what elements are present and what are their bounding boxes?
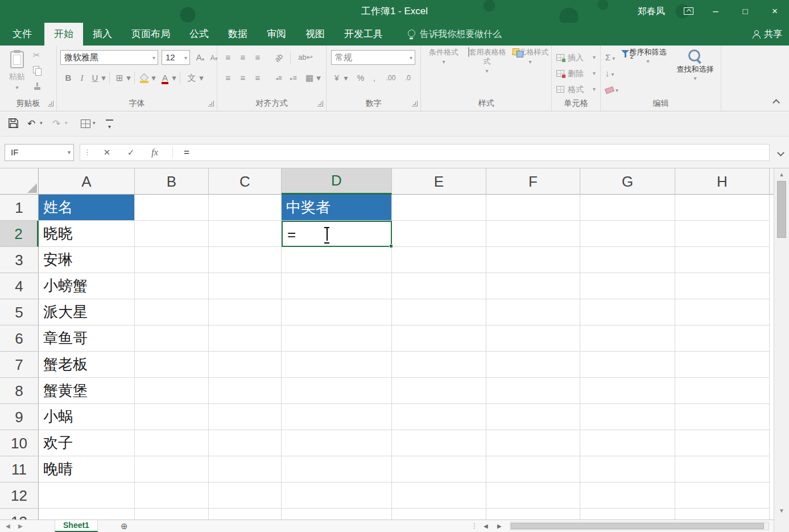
qat-table-tool-icon[interactable] [81, 119, 90, 128]
format-as-table-button[interactable]: 套用表格格式 ▾ [466, 48, 507, 98]
tab-resize-handle[interactable]: ⋮ [471, 520, 478, 532]
row-header-7[interactable]: 7 [0, 352, 39, 378]
cell-E2[interactable] [392, 221, 486, 247]
insert-cells-button[interactable]: 插入 ▾ [552, 50, 600, 65]
tab-数据[interactable]: 数据 [218, 23, 257, 46]
cell-E4[interactable] [392, 273, 486, 299]
cell-D11[interactable] [282, 456, 392, 482]
cell-H11[interactable] [675, 456, 770, 482]
cell-G6[interactable] [580, 325, 675, 352]
cell-C12[interactable] [209, 482, 282, 509]
column-header-E[interactable]: E [392, 168, 486, 195]
cell-G7[interactable] [580, 352, 675, 378]
cell-E6[interactable] [392, 325, 486, 352]
copy-icon[interactable] [33, 66, 50, 80]
maximize-button[interactable]: □ [731, 0, 759, 23]
underline-button[interactable]: U [90, 71, 100, 85]
scroll-down-icon[interactable]: ▼ [774, 506, 789, 516]
accounting-format-button[interactable]: ¥ [331, 71, 342, 85]
italic-button[interactable]: I [76, 71, 88, 85]
align-middle-icon[interactable]: ≡ [237, 50, 249, 65]
cell-G11[interactable] [580, 456, 675, 482]
column-header-H[interactable]: H [675, 168, 770, 195]
decrease-decimal-button[interactable]: .0 [402, 71, 414, 85]
column-header-C[interactable]: C [209, 168, 282, 195]
clear-button[interactable]: ▾ [605, 82, 618, 97]
cell-F10[interactable] [486, 430, 580, 456]
font-name-combobox[interactable]: 微软雅黑 ▾ [60, 50, 158, 65]
align-left-icon[interactable]: ≡ [222, 71, 234, 85]
hscroll-left-icon[interactable]: ◀ [484, 520, 488, 532]
cell-B1[interactable] [135, 195, 209, 221]
cell-E11[interactable] [392, 456, 486, 482]
cell-E5[interactable] [392, 299, 486, 325]
wrap-text-button[interactable]: ab↩ [296, 50, 315, 65]
increase-font-size-button[interactable]: A▴ [193, 50, 207, 65]
dialog-launcher-icon[interactable] [48, 101, 53, 106]
cell-H2[interactable] [675, 221, 770, 247]
dialog-launcher-icon[interactable] [412, 101, 418, 106]
undo-dropdown-icon[interactable]: ▾ [40, 120, 43, 126]
decrease-indent-button[interactable]: ◂≡ [272, 71, 286, 85]
underline-dropdown-icon[interactable]: ▾ [100, 71, 107, 85]
cell-G5[interactable] [580, 299, 675, 325]
cell-F12[interactable] [486, 482, 580, 509]
cell-H8[interactable] [675, 378, 770, 404]
cell-H5[interactable] [675, 299, 770, 325]
increase-indent-button[interactable]: ▸≡ [287, 71, 300, 85]
cell-F2[interactable] [486, 221, 580, 247]
tab-审阅[interactable]: 审阅 [257, 23, 296, 46]
cell-D9[interactable] [282, 404, 392, 430]
horizontal-scrollbar-thumb[interactable] [511, 523, 764, 529]
font-color-dropdown-icon[interactable]: ▾ [171, 71, 177, 85]
scroll-up-icon[interactable]: ▲ [774, 170, 789, 180]
borders-dropdown-icon[interactable]: ▾ [125, 71, 132, 85]
tell-me-box[interactable]: 告诉我你想要做什么 [407, 23, 502, 46]
row-header-12[interactable]: 12 [0, 482, 39, 509]
cell-H9[interactable] [675, 404, 770, 430]
row-header-6[interactable]: 6 [0, 325, 39, 352]
cell-H12[interactable] [675, 482, 770, 509]
close-button[interactable]: × [761, 0, 789, 23]
cell-F5[interactable] [486, 299, 580, 325]
align-bottom-icon[interactable]: ≡ [251, 50, 264, 65]
cell-G3[interactable] [580, 247, 675, 273]
vertical-scrollbar[interactable]: ▲ ▼ [774, 168, 789, 532]
cell-A10[interactable]: 欢子 [39, 430, 135, 456]
cell-C11[interactable] [209, 456, 282, 482]
share-button[interactable]: 共享 [751, 23, 782, 46]
row-header-2[interactable]: 2 [0, 221, 39, 247]
percent-style-button[interactable]: % [355, 71, 366, 85]
dialog-launcher-icon[interactable] [317, 101, 323, 106]
align-right-icon[interactable]: ≡ [251, 71, 264, 85]
align-top-icon[interactable]: ≡ [222, 50, 234, 65]
cell-E3[interactable] [392, 247, 486, 273]
column-header-A[interactable]: A [39, 168, 135, 195]
new-sheet-button[interactable]: ⊕ [121, 520, 128, 532]
vertical-scrollbar-thumb[interactable] [777, 181, 786, 238]
dialog-launcher-icon[interactable] [208, 101, 214, 106]
cell-B2[interactable] [135, 221, 209, 247]
cell-B9[interactable] [135, 404, 209, 430]
horizontal-scrollbar[interactable] [510, 522, 769, 530]
increase-decimal-button[interactable]: .00 [383, 71, 398, 85]
collapse-ribbon-icon[interactable] [773, 99, 780, 106]
phonetic-dropdown-icon[interactable]: ▾ [198, 71, 205, 85]
phonetic-guide-button[interactable]: 文 [185, 71, 198, 85]
column-header-F[interactable]: F [486, 168, 580, 195]
merge-dropdown-icon[interactable]: ▾ [315, 71, 322, 85]
font-color-button[interactable]: A [159, 71, 171, 85]
tab-插入[interactable]: 插入 [83, 23, 122, 46]
borders-button[interactable]: ⊞ [114, 71, 125, 85]
hscroll-right-icon[interactable]: ▶ [497, 520, 502, 532]
cell-C4[interactable] [209, 273, 282, 299]
cell-D1[interactable]: 中奖者 [282, 195, 392, 221]
fill-handle[interactable] [389, 244, 393, 248]
autosum-button[interactable]: Σ▾ [605, 50, 615, 65]
row-header-5[interactable]: 5 [0, 299, 39, 325]
cell-E9[interactable] [392, 404, 486, 430]
cell-D4[interactable] [282, 273, 392, 299]
select-all-corner[interactable] [0, 168, 39, 195]
sheet-nav-left-icon[interactable]: ◀ [6, 520, 10, 532]
bold-button[interactable]: B [63, 71, 74, 85]
